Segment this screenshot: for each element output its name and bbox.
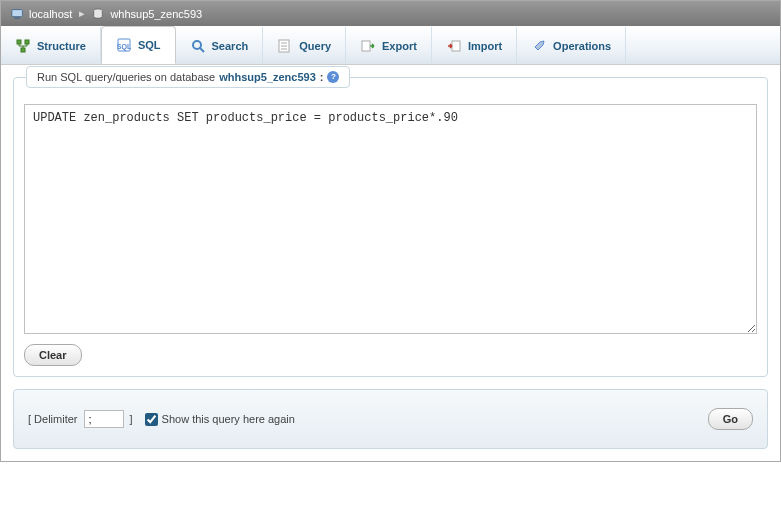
panel-legend: Run SQL query/queries on database whhsup… (26, 66, 350, 88)
tab-export[interactable]: Export (346, 27, 432, 64)
legend-db-link[interactable]: whhsup5_zenc593 (219, 71, 316, 83)
delimiter-close: ] (130, 413, 133, 425)
breadcrumb-server[interactable]: localhost (11, 8, 72, 20)
svg-rect-3 (17, 40, 21, 44)
structure-icon (15, 38, 31, 54)
sql-icon: SQL (116, 37, 132, 53)
svg-rect-1 (15, 17, 20, 18)
tab-operations[interactable]: Operations (517, 27, 626, 64)
tab-structure-label: Structure (37, 40, 86, 52)
tab-search-label: Search (212, 40, 249, 52)
tab-search[interactable]: Search (176, 27, 264, 64)
breadcrumb: localhost ▸ whhsup5_zenc593 (1, 1, 780, 26)
database-icon (92, 8, 106, 20)
sql-textarea[interactable] (24, 104, 757, 334)
delimiter-open: [ Delimiter (28, 413, 78, 425)
footer-left: [ Delimiter ] Show this query here again (28, 410, 295, 428)
svg-rect-5 (21, 48, 25, 52)
footer-bar: [ Delimiter ] Show this query here again… (13, 389, 768, 449)
go-button[interactable]: Go (708, 408, 753, 430)
svg-rect-0 (12, 9, 23, 16)
server-icon (11, 8, 25, 20)
legend-colon: : (320, 71, 324, 83)
sql-query-panel: Run SQL query/queries on database whhsup… (13, 77, 768, 377)
show-again-checkbox[interactable] (145, 413, 158, 426)
show-again-label: Show this query here again (162, 413, 295, 425)
clear-button[interactable]: Clear (24, 344, 82, 366)
legend-prefix: Run SQL query/queries on database (37, 71, 215, 83)
help-icon[interactable] (327, 71, 339, 83)
tab-query[interactable]: Query (263, 27, 346, 64)
tab-sql-label: SQL (138, 39, 161, 51)
delimiter-input[interactable] (84, 410, 124, 428)
breadcrumb-database[interactable]: whhsup5_zenc593 (92, 8, 202, 20)
tab-export-label: Export (382, 40, 417, 52)
tab-sql[interactable]: SQL SQL (101, 26, 176, 64)
show-again-label-wrap[interactable]: Show this query here again (145, 413, 295, 426)
svg-rect-14 (362, 41, 370, 51)
svg-rect-15 (452, 41, 460, 51)
export-icon (360, 38, 376, 54)
svg-point-8 (193, 41, 201, 49)
svg-text:SQL: SQL (117, 43, 132, 51)
query-icon (277, 38, 293, 54)
content-area: Run SQL query/queries on database whhsup… (1, 65, 780, 461)
tab-structure[interactable]: Structure (1, 27, 101, 64)
svg-rect-4 (25, 40, 29, 44)
import-icon (446, 38, 462, 54)
tab-import[interactable]: Import (432, 27, 517, 64)
svg-line-9 (200, 48, 204, 52)
breadcrumb-server-label: localhost (29, 8, 72, 20)
tab-query-label: Query (299, 40, 331, 52)
tab-import-label: Import (468, 40, 502, 52)
breadcrumb-sep-icon: ▸ (79, 7, 85, 20)
search-icon (190, 38, 206, 54)
tab-bar: Structure SQL SQL Search (1, 26, 780, 65)
breadcrumb-database-label: whhsup5_zenc593 (110, 8, 202, 20)
tab-operations-label: Operations (553, 40, 611, 52)
operations-icon (531, 38, 547, 54)
